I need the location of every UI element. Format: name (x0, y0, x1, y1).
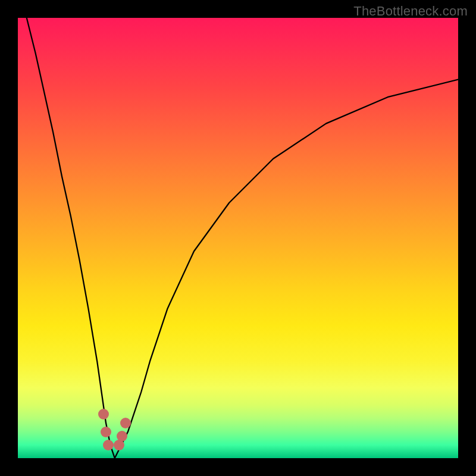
marker-dot (98, 409, 109, 419)
marker-layer (18, 18, 458, 458)
marker-dot (120, 418, 131, 428)
watermark-text: TheBottleneck.com (353, 4, 468, 19)
marker-dot (117, 431, 127, 441)
plot-area (18, 18, 458, 458)
marker-dot (103, 440, 114, 450)
marker-dot (101, 427, 111, 437)
chart-frame: TheBottleneck.com (0, 0, 476, 476)
